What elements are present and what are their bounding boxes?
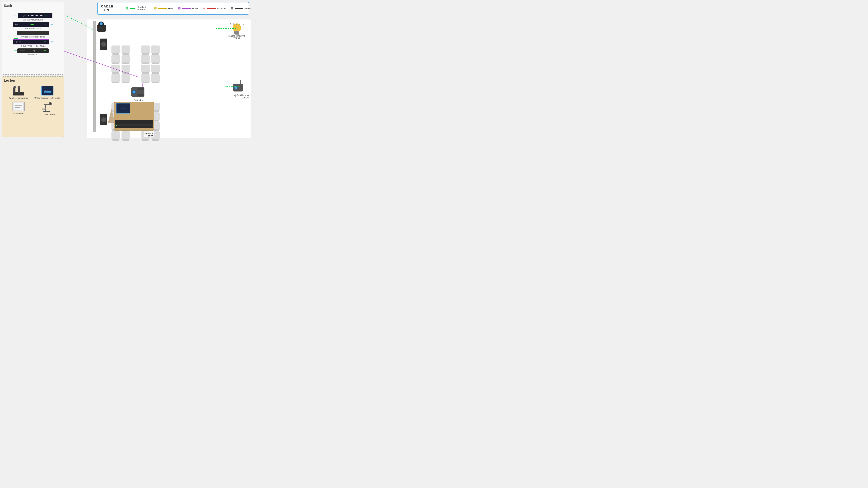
usb-line — [158, 8, 167, 9]
switch-left-ports: ≡≡ — [13, 14, 16, 17]
lectern-rack-label: Lecternrack — [144, 131, 154, 137]
seat — [112, 65, 120, 72]
ethernet-label: Standard Ethernet — [137, 6, 149, 11]
ptz-camera-icon — [96, 21, 107, 32]
network-camera-device: Q-SYS Network Camera — [233, 84, 249, 99]
hdmi-line — [182, 8, 191, 9]
room-area: Projector — [87, 19, 251, 138]
usb-label: USB — [168, 7, 173, 10]
hdmi-monitor-item: HDMI monitor — [5, 101, 32, 116]
network-switch-label: Standard network switch — [23, 19, 43, 21]
seat — [151, 65, 160, 72]
qsys-touch-label: Q-SYS Touchscreen Controller — [34, 97, 60, 99]
wireless-presentation-chip: — — [18, 31, 49, 35]
lighting-device: lighting control via TCP/IP — [228, 22, 245, 39]
seat — [112, 45, 120, 53]
legend-serial: ⊟ Serial — [231, 6, 250, 10]
seat — [141, 55, 150, 63]
seat — [122, 55, 130, 63]
legend-title: CABLE TYPE — [101, 5, 114, 12]
serial-icon: ⊟ — [231, 6, 233, 10]
installed-pc-label: Installed PC — [28, 54, 38, 56]
seats-top-left — [112, 45, 130, 82]
rack-units — [115, 120, 153, 128]
seat — [112, 55, 120, 63]
qsys-core-label: Q-SYS NV-32-H (Core Mode) — [21, 45, 45, 47]
serial-label: Serial — [245, 7, 250, 10]
core-right-ports: ≡≡ — [51, 40, 53, 43]
lectern-stand — [108, 109, 115, 123]
ethernet-line — [130, 8, 135, 9]
seat — [122, 45, 130, 53]
lectern-rack-device: Q·SYS Lecternrack — [114, 102, 154, 137]
spa-label: SPA Series amplifier — [24, 27, 41, 29]
network-camera-ethernet-line — [225, 86, 239, 87]
installed-pc-row: ════ ⬤ ●● Installed PC — [4, 49, 62, 56]
doc-camera-item: Document camera — [34, 101, 61, 116]
micline-line — [207, 8, 216, 9]
network-camera-icon — [233, 84, 245, 94]
ethernet-icon: ⊟ — [126, 6, 128, 10]
network-switch-chip: Q-SYS ●●●●●●●●●●●● ≡≡ — [18, 13, 53, 18]
hdmi-label: HDMI — [192, 7, 198, 10]
lighting-ethernet-line — [216, 28, 237, 29]
installed-pc-chip: ════ ⬤ ●● — [18, 49, 49, 53]
network-camera-label: Q-SYS Network Camera — [233, 94, 249, 99]
micline-icon: ≋ — [203, 6, 206, 10]
speaker-top-device — [100, 38, 107, 50]
seat — [151, 45, 160, 53]
speaker-top-icon — [100, 38, 107, 50]
cable-type-legend: CABLE TYPE ⊟ Standard Ethernet ⊟ USB ⊟ H… — [97, 2, 249, 14]
spa-amplifier-chip: QSC ●●●●● ≡≡ — [13, 22, 49, 27]
seats-top-right — [141, 45, 160, 82]
spa-amplifier-row: QSC ●●●●● ≡≡ ≡≡ SPA Series amplifier — [4, 22, 62, 29]
wireless-presentation-label: Wireless presentation device — [21, 36, 45, 38]
legend-ethernet: ⊟ Standard Ethernet — [126, 6, 149, 11]
speaker-bottom-device — [100, 114, 107, 125]
legend-hdmi: ⊟ HDMI — [178, 6, 198, 10]
legend-micline: ≋ Mic/Line — [203, 6, 225, 10]
serial-line — [235, 8, 243, 9]
rack-title: Rack — [4, 4, 62, 8]
doc-camera-icon — [42, 101, 53, 112]
legend-usb: ⊟ USB — [154, 6, 173, 10]
usb-icon: ⊟ — [154, 6, 157, 10]
light-bulb-icon — [232, 24, 241, 35]
rack-section: Rack ≡≡ Q-SYS ●●●●●●●●●●●● ≡≡ Standard n… — [2, 2, 64, 75]
network-switch-row: ≡≡ Q-SYS ●●●●●●●●●●●● ≡≡ Standard networ… — [4, 13, 62, 21]
seat — [112, 74, 120, 82]
seat — [141, 45, 150, 53]
micline-label: Mic/Line — [217, 7, 225, 10]
wall-structure — [93, 21, 96, 132]
hdmi-monitor-icon — [12, 101, 25, 111]
qsys-touch-item: Q·SYS ████████ Q-SYS Touchscreen Control… — [34, 86, 61, 99]
wireless-mics-label: Wireless microphones — [9, 97, 28, 99]
seat — [141, 65, 150, 72]
seat — [122, 74, 130, 82]
wireless-mics-icon — [12, 86, 25, 95]
wireless-mics-item: Wireless microphones — [5, 86, 32, 99]
projector-label: Projector — [134, 99, 143, 101]
hdmi-monitor-label: HDMI monitor — [13, 113, 25, 115]
seat — [151, 55, 160, 63]
seat — [151, 74, 160, 82]
lectern-section: Lectern Wireless microphones Q·SYS █████… — [2, 77, 64, 137]
projector-device: Projector — [131, 87, 145, 101]
lectern-rack-box: Q·SYS — [114, 102, 154, 130]
hdmi-icon: ⊟ — [178, 6, 181, 10]
switch-right-ports: ≡≡ — [45, 14, 48, 17]
doc-camera-label: Document camera — [39, 113, 55, 116]
ptz-camera-device — [96, 21, 107, 32]
lighting-label: lighting control via TCP/IP — [228, 35, 245, 39]
lectern-devices-grid: Wireless microphones Q·SYS ████████ Q-SY… — [4, 84, 62, 117]
wireless-presentation-row: — Wireless presentation device — [4, 31, 62, 38]
speaker-bottom-icon — [100, 114, 107, 125]
seat — [141, 74, 150, 82]
qsys-core-row: Q-SYS ●●●● ●● ≡≡ Q-SYS NV-32-H (Core Mod… — [4, 39, 62, 47]
qsys-touch-icon: Q·SYS ████████ — [41, 86, 54, 95]
qsys-core-chip: Q-SYS ●●●● ●● — [13, 39, 49, 44]
spa-right-ports: ≡≡ — [51, 23, 53, 26]
lectern-title: Lectern — [4, 79, 62, 83]
lectern-monitor: Q·SYS — [116, 103, 130, 114]
seat — [122, 65, 130, 72]
